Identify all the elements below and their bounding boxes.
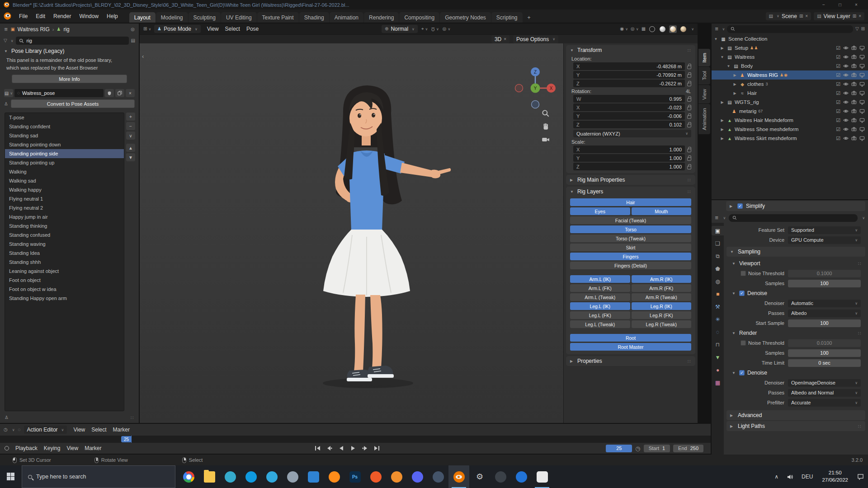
r-samples-field[interactable]: 100 (788, 349, 861, 357)
rig-layer-button[interactable]: Arm.R (FK) (632, 284, 692, 292)
pin-icon[interactable]: ◎ (131, 27, 135, 32)
expand-icon[interactable]: ▼ (4, 49, 9, 53)
view-layer-selector[interactable]: ▤ View Layer ⊞ × (814, 12, 864, 20)
rig-layer-button[interactable]: Root (570, 334, 691, 342)
rig-layer-button[interactable]: Leg.R (IK) (632, 302, 692, 310)
menu-item[interactable]: File (15, 12, 32, 20)
lock-icon[interactable] (687, 66, 691, 69)
rotation-mode-dropdown[interactable]: Quaternion (WXYZ)∨ (573, 130, 691, 137)
taskbar-app-icon[interactable]: ⚙ (469, 465, 490, 488)
rig-layer-button[interactable] (570, 329, 691, 333)
clock[interactable]: 21:50 27/06/2022 (817, 469, 853, 483)
pose-list-item[interactable]: Foot on object (5, 276, 124, 285)
workspace-tab[interactable]: UV Editing (221, 12, 257, 23)
workspace-tab[interactable]: Layout (129, 12, 156, 23)
lock-icon[interactable] (687, 157, 691, 161)
checkbox-icon[interactable]: ☑ (836, 136, 840, 141)
viewport-canvas[interactable]: ‹ (140, 43, 563, 423)
play-button[interactable] (348, 445, 358, 452)
outliner-row[interactable]: ▼ ▤ Waitress ☑ (712, 52, 868, 61)
rig-layer-button[interactable]: Leg.L (FK) (570, 311, 630, 319)
pose-list-item[interactable]: Standing waving (5, 239, 124, 249)
auto-keying-toggle-icon[interactable] (5, 446, 9, 450)
rig-layers-header[interactable]: ▼Rig Layers∷ (566, 187, 695, 197)
workspace-tab[interactable]: Rendering (364, 12, 399, 23)
r-denoise-checkbox[interactable] (739, 370, 745, 375)
lock-icon[interactable] (687, 83, 691, 86)
vp-denoise-subpanel-header[interactable]: ▼Denoise (726, 288, 866, 298)
editor-type-icon[interactable]: ≣ (4, 27, 8, 32)
checkbox-icon[interactable]: ☑ (836, 100, 840, 105)
menu-item[interactable]: Help (103, 12, 122, 20)
transform-panel-header[interactable]: ▼ Transform ∷ (566, 45, 695, 55)
shading-dropdown-icon[interactable]: ∨ (691, 27, 694, 31)
camera-icon[interactable] (851, 54, 857, 60)
rig-layer-button[interactable]: Fingers (570, 253, 691, 260)
vp-samples-field[interactable]: 100 (788, 280, 861, 287)
checkbox-icon[interactable]: ☑ (836, 73, 840, 78)
camera-icon[interactable] (851, 81, 857, 87)
lock-icon[interactable] (687, 74, 691, 78)
tab-constraints-properties[interactable]: ⊓ (712, 340, 724, 349)
rig-layer-button[interactable] (570, 271, 691, 274)
jump-to-end-button[interactable] (372, 445, 382, 452)
workspace-tab[interactable]: Scripting (491, 12, 523, 23)
xray-toggle-icon[interactable]: ▦ (642, 27, 646, 31)
scale-field[interactable]: Z1.000 (573, 163, 685, 170)
rotation-field[interactable]: W0.995 (573, 95, 685, 103)
workspace-tab[interactable]: Sculpting (189, 12, 221, 23)
expand-icon[interactable]: ▶ (730, 204, 734, 208)
expander-icon[interactable]: ▶ (720, 118, 725, 122)
outliner-row[interactable]: ▶ ▲ Waitres Hair Meshdeform ☑ (712, 116, 868, 125)
taskbar-app-icon[interactable] (220, 465, 241, 488)
shading-rendered-button[interactable] (679, 25, 687, 33)
rig-layer-button[interactable]: Skirt (570, 244, 691, 251)
pose-list-item[interactable]: T-pose (5, 113, 124, 122)
camera-view-icon[interactable] (542, 136, 550, 144)
pose-list-item[interactable]: Standing pointing side (5, 149, 124, 158)
scene-browse-icon[interactable]: ▤ (769, 14, 773, 19)
r-passes-dropdown[interactable]: Albedo and Normal∨ (788, 389, 861, 397)
overlays-dropdown[interactable]: ◎∨ (631, 27, 639, 31)
pose-list-item[interactable]: Standing Idea (5, 249, 124, 258)
expander-icon[interactable]: ▶ (720, 136, 725, 141)
taskbar-app-icon[interactable] (282, 465, 303, 488)
outliner-row[interactable]: ▶ ▲ Waitress Shoe meshdeform ☑ (712, 125, 868, 134)
outliner-row[interactable]: ▶ ≈ Hair ☑ (712, 89, 868, 98)
checkbox-icon[interactable]: ☑ (836, 127, 840, 132)
editor-type-selector[interactable]: ⊞∨ (143, 27, 151, 31)
volume-icon[interactable] (783, 465, 797, 488)
fake-user-shield-button[interactable] (105, 89, 114, 97)
eye-icon[interactable] (843, 45, 849, 51)
viewport-menu-item[interactable]: View (204, 25, 222, 33)
rig-layer-button[interactable]: Arm.L (Tweak) (570, 293, 630, 301)
lock-icon[interactable] (687, 149, 691, 152)
mode-dropdown[interactable]: ♟ Pose Mode ∨ (154, 25, 201, 33)
outliner-search-input[interactable] (727, 25, 853, 33)
monitor-icon[interactable] (859, 54, 865, 60)
dope-sheet-menu-item[interactable]: Select (88, 426, 109, 434)
taskbar-app-icon[interactable] (199, 465, 220, 488)
checkbox-icon[interactable]: ☑ (836, 55, 840, 60)
monitor-icon[interactable] (859, 136, 865, 141)
time-limit-field[interactable]: 0 sec (788, 359, 861, 367)
pose-list-item[interactable]: Walking (5, 167, 124, 176)
expander-icon[interactable]: ▶ (720, 127, 725, 131)
camera-icon[interactable] (851, 45, 857, 51)
viewport-menu-item[interactable]: Select (222, 25, 243, 33)
rig-layer-button[interactable]: Facial (Tweak) (570, 216, 691, 224)
rig-layer-button[interactable]: Root Master (570, 343, 691, 351)
shading-wireframe-button[interactable] (648, 25, 656, 33)
tab-output-properties[interactable]: ❏ (712, 239, 724, 248)
pose-options-dropdown[interactable]: Pose Options∨ (513, 35, 558, 43)
pose-list-item[interactable]: Standing thinking (5, 221, 124, 230)
playhead-frame-badge[interactable]: 25 (121, 436, 132, 442)
pose-list-item[interactable]: Flying neutral 1 (5, 194, 124, 203)
render-subpanel-header[interactable]: ▼Render∷ (726, 328, 866, 338)
expander-icon[interactable]: ▼ (713, 37, 718, 41)
monitor-icon[interactable] (859, 72, 865, 78)
tab-physics-properties[interactable]: ◌ (712, 327, 724, 337)
r-noise-threshold-field[interactable]: 0.0100 (788, 339, 861, 347)
expander-icon[interactable]: ▶ (732, 73, 737, 77)
taskbar-app-icon[interactable]: Ps (344, 465, 365, 488)
